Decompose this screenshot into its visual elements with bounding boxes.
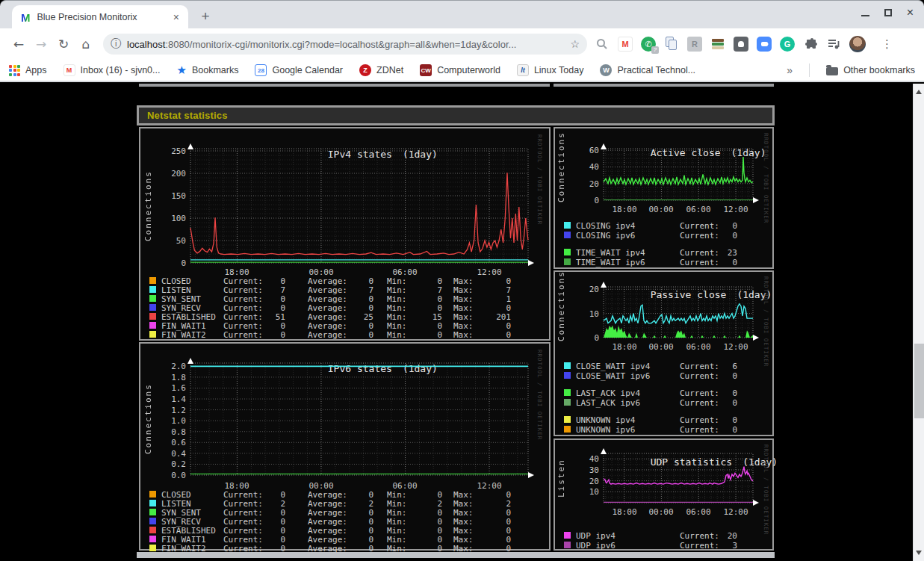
legend-stat-label: Min: [387, 330, 407, 340]
graph-legend: CLOSE_WAIT ipv4Current:6CLOSE_WAIT ipv6C… [564, 362, 762, 442]
y-tick-label: 0 [565, 196, 599, 205]
other-bookmarks[interactable]: Other bookmarks [826, 65, 915, 75]
x-tick-label: 06:00 [682, 205, 715, 214]
scroll-down-arrow[interactable] [914, 551, 924, 561]
legend-swatch [564, 426, 571, 433]
scrollbar-thumb[interactable] [914, 344, 924, 418]
window-minimize-button[interactable] [861, 15, 869, 16]
legend-group: TIME_WAIT ipv4Current:23TIME_WAIT ipv6Cu… [564, 248, 762, 267]
window-maximize-button[interactable] [884, 9, 892, 16]
y-tick-label: 0.4 [146, 450, 186, 458]
legend-series-label: CLOSING ipv4 [576, 221, 635, 231]
gmail-extension-icon[interactable]: M [618, 37, 633, 52]
bookmark-google-calendar[interactable]: 28 Google Calendar [255, 64, 343, 76]
browser-tab[interactable]: M Blue Precision Monitorix × [12, 5, 188, 29]
legend-group: CLOSE_WAIT ipv4Current:6CLOSE_WAIT ipv6C… [564, 362, 762, 381]
x-tick-label: 00:00 [645, 342, 678, 352]
bookmark-inbox[interactable]: M Inbox (16) - sjvn0... [63, 64, 161, 76]
bookmark-star-icon[interactable]: ☆ [570, 38, 580, 50]
books-extension-icon[interactable] [710, 37, 725, 52]
profile-avatar[interactable] [849, 36, 866, 52]
rrdtool-watermark: RRDTOOL / TOBI OETIKER [536, 350, 543, 440]
legend-series-label: LAST_ACK ipv6 [576, 398, 640, 408]
graph-ipv4-states: IPv4 states(1day) Connections 0501001502… [139, 127, 551, 341]
lamp-extension-icon[interactable] [734, 37, 748, 52]
legend-row: FIN_WAIT1Current:0Average:0Min:0Max:0 [149, 535, 543, 544]
browser-menu-icon[interactable]: ⋮ [881, 37, 893, 51]
legend-row: ESTABLISHEDCurrent:0Average:0Min:0Max:0 [149, 526, 543, 535]
legend-swatch [564, 232, 571, 238]
next-section-edge [137, 552, 775, 558]
monitorix-page: Netstat statistics IPv4 states(1day) Con… [0, 84, 913, 561]
legend-row: LISTENCurrent:2Average:2Min:2Max:2 [149, 499, 543, 508]
extensions-puzzle-icon[interactable] [803, 37, 818, 52]
bookmark-linux-today[interactable]: lt Linux Today [517, 64, 584, 76]
graph-legend: CLOSEDCurrent:0Average:0Min:0Max:0LISTEN… [149, 490, 543, 553]
legend-swatch [149, 545, 156, 551]
legend-swatch [149, 331, 156, 338]
legend-swatch [149, 313, 156, 320]
rrdtool-watermark: RRDTOOL / TOBI OETIKER [763, 444, 769, 535]
x-tick-label: 12:00 [719, 342, 752, 352]
url-path: :8080/monitorix-cgi/monitorix.cgi?mode=l… [165, 39, 565, 50]
y-axis-ticks: 01020 [565, 287, 599, 338]
bookmark-computerworld[interactable]: CW Computerworld [420, 64, 500, 76]
rrdtool-watermark: RRDTOOL / TOBI OETIKER [763, 133, 769, 223]
zoom-extension-icon[interactable] [757, 37, 772, 52]
legend-stat-label: Current: [223, 330, 263, 340]
window-close-button[interactable]: × [907, 8, 914, 17]
rrdtool-watermark: RRDTOOL / TOBI OETIKER [536, 134, 543, 225]
apps-shortcut[interactable]: Apps [9, 65, 47, 76]
legend-series-label: UNKNOWN ipv4 [576, 415, 635, 425]
tab-close-icon[interactable]: × [170, 11, 182, 23]
bookmark-bookmarks[interactable]: ★ Bookmarks [177, 63, 239, 77]
hangouts-extension-icon[interactable]: ✆? [641, 37, 656, 52]
legend-stat-value: 0 [713, 398, 737, 408]
legend-row: TIME_WAIT ipv4Current:23 [564, 248, 762, 258]
legend-row: FIN_WAIT1Current:0Average:0Min:0Max:0 [149, 321, 543, 330]
playlist-extension-icon[interactable] [826, 37, 841, 52]
y-tick-label: 40 [565, 163, 599, 171]
y-tick-label: 0.0 [146, 471, 186, 480]
page-info-icon[interactable]: ⓘ [111, 37, 121, 51]
legend-row: UNKNOWN ipv4Current:0 [564, 415, 762, 425]
x-tick-label: 18:00 [608, 507, 641, 517]
legend-row: SYN_SENTCurrent:0Average:0Min:0Max:1 [149, 294, 543, 303]
legend-swatch [564, 399, 571, 406]
apps-grid-icon [9, 65, 20, 76]
legend-series-label: UDP ipv6 [576, 541, 616, 551]
reload-button[interactable]: ↻ [52, 33, 75, 55]
back-button[interactable]: ← [7, 33, 30, 55]
copy-pages-extension-icon[interactable] [664, 37, 679, 52]
home-button[interactable]: ⌂ [75, 33, 97, 55]
y-tick-label: 0.6 [146, 438, 186, 447]
graph-passive-close: Passive close(1day) Connections 01020 18… [554, 270, 774, 436]
grammarly-extension-icon[interactable]: G [780, 37, 795, 52]
section-title: Netstat statistics [139, 110, 228, 121]
plot-canvas [604, 149, 753, 200]
legend-row: FIN_WAIT2Current:0Average:0Min:0Max:0 [149, 330, 543, 339]
address-bar[interactable]: ⓘ localhost :8080/monitorix-cgi/monitori… [103, 34, 587, 55]
y-tick-label: 0.2 [146, 460, 186, 468]
legend-stat-value: 0 [481, 330, 511, 340]
legend-swatch [564, 249, 571, 255]
bookmark-practical-technology[interactable]: W Practical Technol... [600, 64, 695, 76]
scroll-up-arrow[interactable] [914, 84, 924, 94]
legend-stat-value: 0 [347, 330, 373, 340]
legend-swatch [564, 416, 571, 423]
graph-ipv6-states: IPv6 states(1day) Connections 0.00.20.40… [139, 342, 551, 551]
page-scrollbar[interactable] [913, 84, 924, 561]
bookmarks-divider [809, 63, 810, 77]
plot-canvas [190, 149, 528, 263]
graph-legend: CLOSEDCurrent:0Average:0Min:0Max:0LISTEN… [149, 276, 543, 339]
r-extension-icon[interactable]: R [687, 37, 702, 52]
bookmarks-overflow-chevron[interactable]: » [787, 64, 793, 76]
new-tab-button[interactable]: + [196, 7, 215, 27]
legend-stat-value: 0 [713, 425, 737, 435]
star-icon: ★ [177, 63, 187, 77]
search-extension-icon[interactable] [595, 37, 610, 52]
bookmark-zdnet[interactable]: Z ZDNet [359, 64, 403, 76]
forward-button[interactable]: → [30, 33, 52, 55]
legend-stat-value: 23 [713, 248, 737, 258]
bookmarks-bar: Apps M Inbox (16) - sjvn0... ★ Bookmarks… [0, 60, 924, 82]
